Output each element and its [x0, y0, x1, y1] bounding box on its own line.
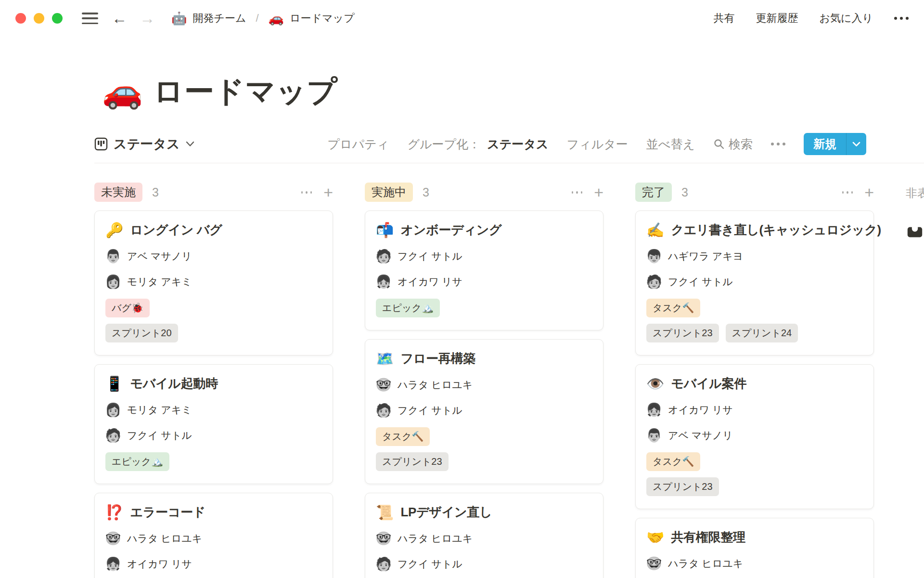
kanban-board: 未実施 3 + 🔑 ロングイン バグ 👨 アベ マサノリ 👩 — [94, 163, 924, 578]
column-more-icon[interactable] — [572, 187, 582, 197]
sprint-pill: スプリント23 — [646, 324, 719, 342]
topbar: ← → 🤖 開発チーム / 🚗 ロードマップ 共有 更新履歴 お気に入り — [0, 0, 924, 37]
card-emoji-icon: 📜 — [376, 504, 394, 521]
assignee: 🧑 フクイ サトル — [646, 274, 864, 289]
assignee: 👨 アベ マサノリ — [646, 428, 864, 443]
assignee-name: オイカワ リサ — [127, 557, 192, 571]
breadcrumb: 🤖 開発チーム / 🚗 ロードマップ — [171, 11, 355, 26]
assignee-name: フクイ サトル — [398, 250, 462, 263]
card-emoji-icon: ✍️ — [646, 222, 664, 238]
breadcrumb-separator: / — [256, 12, 258, 25]
column-count: 3 — [681, 185, 688, 199]
avatar: 👨 — [646, 428, 662, 443]
assignee-name: ハラタ ヒロユキ — [398, 378, 473, 392]
assignee-name: フクイ サトル — [398, 557, 462, 571]
assignee: 🤓 ハラタ ヒロユキ — [376, 377, 593, 393]
page-title[interactable]: ロードマップ — [154, 71, 337, 112]
view-toolbar: ステータス プロパティ グループ化： ステータス フィルター 並べ替え 検索 — [94, 132, 924, 156]
card-title: オンボーディング — [400, 222, 501, 238]
avatar: 👩 — [105, 274, 121, 289]
hidden-groups-section: 非表示 — [906, 183, 924, 241]
search-button[interactable]: 検索 — [713, 136, 753, 152]
card[interactable]: 📜 LPデザイン直し 🤓 ハラタ ヒロユキ 🧑 フクイ サトル タスク🔨 — [365, 493, 603, 578]
card[interactable]: 🔑 ロングイン バグ 👨 アベ マサノリ 👩 モリタ アキミ バグ🐞 スプリント… — [94, 210, 333, 355]
card[interactable]: 👁️ モバイル案件 👧 オイカワ リサ 👨 アベ マサノリ タスク🔨 スプリント… — [635, 364, 874, 509]
view-switcher[interactable]: ステータス — [94, 135, 194, 153]
card-title: LPデザイン直し — [400, 504, 492, 521]
avatar: 👧 — [646, 402, 662, 418]
tag-pill: エピック🏔️ — [105, 452, 169, 471]
assignee: 🤓 ハラタ ヒロユキ — [646, 556, 864, 571]
avatar: 👩 — [105, 402, 121, 418]
assignee-name: フクイ サトル — [398, 404, 462, 417]
more-menu-icon[interactable] — [894, 17, 909, 20]
breadcrumb-workspace[interactable]: 開発チーム — [192, 11, 246, 26]
column-add-card-icon[interactable]: + — [323, 184, 333, 200]
view-name: ステータス — [114, 135, 180, 153]
chevron-down-icon — [852, 142, 860, 147]
assignee-name: ハラタ ヒロユキ — [668, 557, 743, 570]
column-add-card-icon[interactable]: + — [864, 184, 874, 200]
assignee: 👧 オイカワ リサ — [646, 402, 864, 418]
view-options-icon[interactable] — [771, 143, 785, 145]
close-window-button[interactable] — [15, 13, 26, 24]
card-title: モバイル案件 — [671, 375, 746, 392]
updates-button[interactable]: 更新履歴 — [756, 11, 798, 26]
card-title: モバイル起動時 — [130, 375, 218, 392]
back-arrow-icon[interactable]: ← — [112, 11, 127, 26]
new-button[interactable]: 新規 — [804, 133, 866, 155]
new-button-label[interactable]: 新規 — [804, 133, 846, 155]
assignee: 🧑 フクイ サトル — [376, 403, 593, 418]
zoom-window-button[interactable] — [52, 13, 63, 24]
tag-pill: タスク🔨 — [646, 299, 700, 317]
properties-button[interactable]: プロパティ — [327, 136, 389, 152]
avatar: 🧑 — [376, 403, 391, 418]
column-add-card-icon[interactable]: + — [594, 184, 603, 200]
forward-arrow-icon[interactable]: → — [140, 11, 155, 26]
minimize-window-button[interactable] — [34, 13, 44, 24]
sidebar-toggle-icon[interactable] — [82, 13, 98, 24]
breadcrumb-page[interactable]: ロードマップ — [290, 11, 355, 26]
tag-pill: タスク🔨 — [646, 452, 700, 471]
card[interactable]: 📬 オンボーディング 🧑 フクイ サトル 👧 オイカワ リサ エピック🏔️ — [365, 210, 603, 330]
card-emoji-icon: 🔑 — [105, 222, 123, 238]
sort-button[interactable]: 並べ替え — [646, 136, 695, 152]
assignee: 👧 オイカワ リサ — [105, 556, 323, 572]
card[interactable]: 🗺️ フロー再構築 🤓 ハラタ ヒロユキ 🧑 フクイ サトル タスク🔨 スプリン… — [365, 339, 603, 484]
card[interactable]: 🤝 共有権限整理 🤓 ハラタ ヒロユキ 👵 アラヤ マキ — [635, 518, 874, 578]
share-button[interactable]: 共有 — [713, 11, 734, 26]
card[interactable]: ⁉️ エラーコード 🤓 ハラタ ヒロユキ 👧 オイカワ リサ バグ🐞 — [94, 493, 333, 578]
board-view-icon — [94, 137, 108, 151]
status-pill: 完了 — [635, 183, 672, 202]
page-emoji-icon: 🚗 — [269, 11, 284, 26]
avatar: 🤓 — [105, 531, 121, 546]
status-pill: 実施中 — [365, 183, 413, 202]
assignee: 🧑 フクイ サトル — [105, 428, 323, 443]
column-more-icon[interactable] — [842, 187, 853, 197]
card-emoji-icon: 📬 — [376, 222, 394, 238]
assignee-name: ハラタ ヒロユキ — [398, 532, 473, 545]
assignee: 🧑 フクイ サトル — [376, 249, 593, 264]
sprint-pill: スプリント20 — [105, 324, 178, 342]
avatar: 🧑 — [105, 428, 121, 443]
group-by-button[interactable]: グループ化： ステータス — [407, 136, 548, 152]
new-button-caret[interactable] — [846, 133, 866, 155]
card-emoji-icon: 🤝 — [646, 529, 664, 546]
card[interactable]: ✍️ クエリ書き直し(キャッシュロジック) 👦 ハギワラ アキヨ 🧑 フクイ サ… — [635, 210, 874, 355]
column-count: 3 — [152, 185, 159, 199]
card-emoji-icon: ⁉️ — [105, 504, 123, 521]
hidden-group-row[interactable] — [906, 223, 924, 241]
assignee: 🤓 ハラタ ヒロユキ — [105, 531, 323, 546]
column-more-icon[interactable] — [301, 187, 312, 197]
card-title: クエリ書き直し(キャッシュロジック) — [671, 222, 881, 238]
favorites-button[interactable]: お気に入り — [819, 11, 873, 26]
filter-button[interactable]: フィルター — [566, 136, 628, 152]
card[interactable]: 📱 モバイル起動時 👩 モリタ アキミ 🧑 フクイ サトル エピック🏔️ — [94, 364, 333, 484]
avatar: 👨 — [105, 249, 121, 264]
search-label: 検索 — [729, 136, 753, 152]
tag-pill: タスク🔨 — [376, 427, 430, 446]
hidden-groups-label: 非表示 — [906, 183, 924, 201]
assignee: 👩 モリタ アキミ — [105, 402, 323, 418]
inbox-icon — [906, 223, 924, 241]
group-by-value: ステータス — [487, 136, 548, 152]
